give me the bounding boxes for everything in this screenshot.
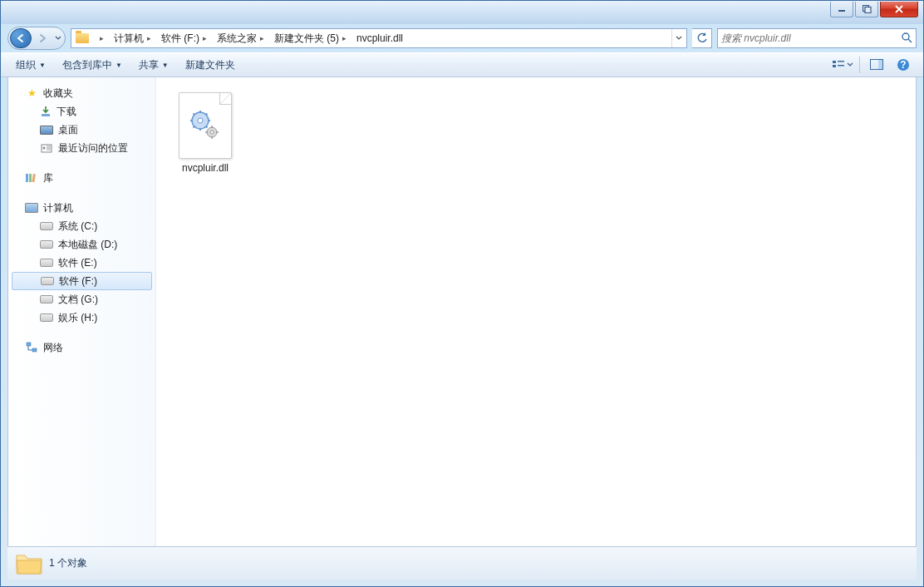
sidebar-drive-h[interactable]: 娱乐 (H:): [8, 308, 155, 327]
sidebar-favorites-header[interactable]: ★ 收藏夹: [8, 84, 155, 102]
sidebar-label: 下载: [57, 105, 76, 119]
library-icon: [25, 171, 38, 185]
preview-pane-icon: [870, 59, 883, 71]
search-icon: [901, 32, 912, 46]
chevron-down-icon: [55, 35, 61, 42]
breadcrumb-item[interactable]: 软件 (F:)▸: [156, 29, 212, 47]
toolbar-label: 共享: [139, 58, 159, 72]
svg-rect-16: [29, 174, 32, 182]
sidebar-libraries-header[interactable]: 库: [8, 169, 155, 187]
view-icon: [832, 59, 847, 71]
file-list[interactable]: nvcpluir.dll: [156, 77, 916, 546]
breadcrumb-label: 计算机: [114, 32, 144, 46]
sidebar-label: 软件 (F:): [59, 274, 97, 289]
dll-file-icon: [179, 92, 232, 159]
sidebar-drive-g[interactable]: 文档 (G:): [8, 290, 155, 308]
svg-point-3: [902, 33, 909, 40]
new-folder-button[interactable]: 新建文件夹: [177, 54, 243, 76]
include-library-button[interactable]: 包含到库中 ▼: [54, 54, 130, 76]
address-dropdown[interactable]: [671, 29, 685, 47]
sidebar-label: 娱乐 (H:): [58, 311, 97, 325]
svg-line-26: [194, 114, 195, 116]
view-options-button[interactable]: [831, 55, 854, 75]
maximize-button[interactable]: [855, 2, 878, 17]
status-text: 1 个对象: [49, 556, 87, 570]
sidebar-item-downloads[interactable]: 下载: [8, 102, 155, 121]
organize-button[interactable]: 组织 ▼: [7, 54, 54, 76]
svg-rect-2: [865, 7, 871, 13]
sidebar-group-network: 网络: [8, 338, 155, 357]
help-button[interactable]: ?: [892, 55, 915, 75]
nav-history-dropdown[interactable]: [53, 35, 63, 42]
svg-line-27: [206, 126, 208, 128]
breadcrumb-item[interactable]: 新建文件夹 (5)▸: [269, 29, 351, 47]
svg-rect-4: [833, 61, 836, 63]
svg-line-28: [194, 126, 195, 128]
sidebar-label: 网络: [43, 341, 63, 355]
file-item[interactable]: nvcpluir.dll: [168, 89, 243, 177]
sidebar-label: 库: [43, 171, 53, 185]
main-area: ★ 收藏夹 下载 桌面 最近访问的位置: [7, 77, 917, 546]
sidebar-drive-d[interactable]: 本地磁盘 (D:): [8, 235, 155, 254]
toolbar-label: 新建文件夹: [185, 58, 235, 72]
recent-icon: [40, 141, 53, 155]
sidebar-label: 软件 (E:): [58, 256, 97, 270]
svg-point-31: [210, 131, 214, 134]
refresh-icon: [696, 32, 708, 44]
toolbar: 组织 ▼ 包含到库中 ▼ 共享 ▼ 新建文件夹 ?: [1, 52, 923, 77]
share-button[interactable]: 共享 ▼: [130, 54, 177, 76]
back-button[interactable]: [10, 28, 32, 48]
network-icon: [25, 341, 38, 354]
breadcrumb-item[interactable]: 计算机▸: [109, 29, 156, 47]
breadcrumb: ▸ 计算机▸ 软件 (F:)▸ 系统之家▸ 新建文件夹 (5)▸ nvcplui…: [91, 29, 671, 47]
svg-rect-15: [26, 174, 28, 182]
svg-text:?: ?: [900, 59, 906, 71]
sidebar-drive-e[interactable]: 软件 (E:): [8, 254, 155, 272]
explorer-window: ▸ 计算机▸ 软件 (F:)▸ 系统之家▸ 新建文件夹 (5)▸ nvcplui…: [0, 0, 924, 587]
folder-icon: [75, 31, 90, 46]
sidebar-group-favorites: ★ 收藏夹 下载 桌面 最近访问的位置: [8, 84, 155, 157]
forward-arrow-icon: [37, 32, 48, 44]
sidebar-drive-f[interactable]: 软件 (F:): [12, 272, 152, 290]
help-icon: ?: [897, 58, 910, 72]
separator: [859, 57, 860, 73]
drive-icon: [40, 293, 53, 306]
gears-icon: [189, 109, 222, 142]
chevron-down-icon: ▼: [116, 62, 122, 69]
sidebar-drive-c[interactable]: 系统 (C:): [8, 217, 155, 235]
svg-rect-18: [27, 343, 31, 346]
svg-rect-0: [838, 10, 845, 12]
sidebar-item-recent[interactable]: 最近访问的位置: [8, 139, 155, 157]
navigation-pane: ★ 收藏夹 下载 桌面 最近访问的位置: [8, 77, 156, 546]
drive-icon: [41, 274, 54, 288]
forward-button[interactable]: [32, 28, 53, 48]
sidebar-label: 本地磁盘 (D:): [58, 238, 117, 252]
breadcrumb-label: 新建文件夹 (5): [274, 32, 339, 46]
sidebar-computer-header[interactable]: 计算机: [8, 199, 155, 217]
svg-rect-17: [32, 174, 35, 182]
svg-line-29: [206, 114, 208, 116]
breadcrumb-item[interactable]: nvcpluir.dll: [351, 29, 408, 47]
preview-pane-button[interactable]: [865, 55, 888, 75]
sidebar-label: 桌面: [58, 123, 78, 137]
breadcrumb-label: nvcpluir.dll: [356, 32, 403, 44]
drive-icon: [40, 238, 53, 251]
svg-rect-7: [838, 65, 844, 67]
search-box[interactable]: [717, 28, 917, 48]
address-bar[interactable]: ▸ 计算机▸ 软件 (F:)▸ 系统之家▸ 新建文件夹 (5)▸ nvcplui…: [71, 28, 687, 48]
breadcrumb-item[interactable]: 系统之家▸: [212, 29, 269, 47]
search-input[interactable]: [721, 32, 901, 44]
refresh-button[interactable]: [692, 28, 712, 48]
sidebar-network-header[interactable]: 网络: [8, 338, 155, 357]
sidebar-item-desktop[interactable]: 桌面: [8, 121, 155, 139]
close-button[interactable]: [880, 2, 918, 17]
breadcrumb-root-arrow[interactable]: ▸: [91, 29, 109, 47]
desktop-icon: [40, 123, 53, 136]
window-controls: [830, 2, 918, 18]
minimize-button[interactable]: [830, 2, 853, 17]
sidebar-label: 文档 (G:): [58, 293, 98, 307]
drive-icon: [40, 256, 53, 269]
back-arrow-icon: [15, 32, 27, 44]
sidebar-label: 收藏夹: [43, 86, 73, 101]
maximize-icon: [863, 5, 872, 13]
